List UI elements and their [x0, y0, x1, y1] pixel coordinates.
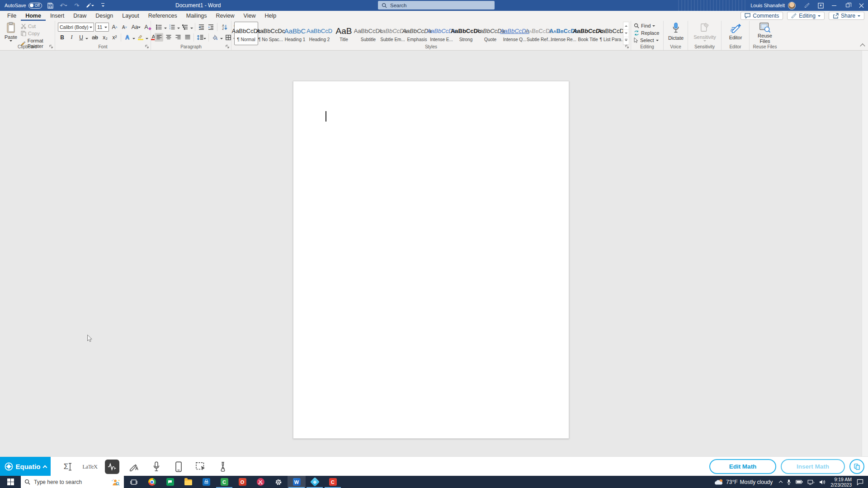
equation-editor-icon[interactable]: Σ	[61, 460, 75, 474]
tab-review[interactable]: Review	[212, 11, 239, 21]
task-view-button[interactable]	[125, 476, 143, 488]
sort-button[interactable]: AZ	[219, 23, 230, 31]
close-icon[interactable]	[854, 0, 868, 11]
italic-button[interactable]: I	[67, 33, 76, 42]
collapse-ribbon-icon[interactable]	[860, 43, 865, 48]
cut-button[interactable]: Cut	[21, 23, 55, 29]
style-quote[interactable]: AaBbCcDaQuote	[478, 22, 502, 45]
avatar[interactable]	[788, 2, 796, 9]
tab-file[interactable]: File	[3, 11, 21, 21]
title-search-box[interactable]: Search	[378, 1, 495, 9]
increase-indent-button[interactable]	[207, 23, 215, 31]
dictate-button[interactable]: Dictate	[664, 22, 688, 41]
taskbar-app-file-explorer[interactable]	[179, 476, 197, 488]
taskbar-app-google-chat[interactable]	[161, 476, 179, 488]
style-emphasis[interactable]: AaBbCcDaEmphasis	[405, 22, 429, 45]
tab-insert[interactable]: Insert	[46, 11, 69, 21]
clipboard-dialog-launcher[interactable]	[49, 45, 53, 49]
subscript-button[interactable]: x₂	[101, 33, 109, 42]
tab-help[interactable]: Help	[260, 11, 281, 21]
align-right-button[interactable]	[174, 33, 182, 42]
tab-home[interactable]: Home	[21, 11, 46, 21]
text-effects-dropdown[interactable]	[132, 38, 135, 41]
underline-dropdown[interactable]	[85, 38, 88, 41]
align-left-button[interactable]	[155, 33, 163, 42]
tab-draw[interactable]: Draw	[69, 11, 91, 21]
bold-button[interactable]: B	[58, 33, 66, 42]
multilevel-dropdown[interactable]	[190, 28, 193, 30]
style-subtle-em[interactable]: AaBbCcDaSubtle Em...	[381, 22, 405, 45]
taskbar-app-camtasia[interactable]: C	[215, 476, 233, 488]
tab-mailings[interactable]: Mailings	[182, 11, 212, 21]
select-button[interactable]: Select	[634, 38, 659, 43]
editor-button[interactable]: Editor	[722, 22, 750, 40]
tray-battery-icon[interactable]	[793, 476, 805, 488]
reuse-files-button[interactable]: Reuse Files	[750, 22, 780, 44]
copy-math-button[interactable]	[849, 459, 864, 474]
styles-more-icon[interactable]	[623, 37, 629, 45]
editing-mode-button[interactable]: Editing	[787, 12, 825, 20]
autosave-toggle[interactable]: Off	[28, 3, 42, 9]
shading-dropdown[interactable]	[220, 38, 223, 41]
inking-icon[interactable]	[800, 0, 814, 11]
undo-icon[interactable]: ↶	[59, 0, 68, 10]
style-subtitle[interactable]: AaBbCcDcSubtitle	[356, 22, 380, 45]
taskbar-app-equatio[interactable]	[306, 476, 324, 488]
bullets-dropdown[interactable]	[164, 28, 167, 30]
document-page[interactable]	[293, 81, 569, 439]
tab-layout[interactable]: Layout	[118, 11, 144, 21]
document-canvas[interactable]	[0, 51, 868, 456]
change-case-button[interactable]: Aa	[130, 23, 142, 32]
superscript-button[interactable]: x²	[110, 33, 119, 42]
underline-button[interactable]: U	[77, 33, 85, 42]
styles-scroll-up-icon[interactable]	[623, 22, 629, 30]
style-normal[interactable]: AaBbCcDc¶ Normal	[234, 22, 258, 45]
taskbar-app-chrome[interactable]	[143, 476, 161, 488]
shading-button[interactable]	[211, 33, 219, 42]
chemistry-formula-icon[interactable]	[216, 460, 230, 474]
insert-math-button[interactable]: Insert Math	[781, 459, 845, 474]
style-intense-q[interactable]: AaBbCcDaIntense Q...	[503, 22, 527, 45]
find-button[interactable]: Find	[634, 23, 659, 28]
taskbar-app-microsoft-store[interactable]	[197, 476, 215, 488]
styles-scroll-down-icon[interactable]	[623, 30, 629, 38]
graph-editor-icon[interactable]	[105, 460, 119, 474]
screenshot-reader-icon[interactable]	[193, 460, 208, 474]
numbering-dropdown[interactable]	[177, 28, 180, 30]
restore-icon[interactable]	[841, 0, 854, 11]
vertical-scrollbar[interactable]	[862, 51, 868, 456]
edit-math-button[interactable]: Edit Math	[709, 459, 776, 474]
copy-button[interactable]: Copy	[21, 31, 55, 36]
styles-dialog-launcher[interactable]	[625, 45, 629, 49]
minimize-icon[interactable]	[827, 0, 841, 11]
speech-input-icon[interactable]	[149, 460, 164, 474]
search-highlights-icon[interactable]	[110, 478, 120, 486]
start-button[interactable]	[0, 476, 21, 488]
font-dialog-launcher[interactable]	[145, 45, 149, 49]
redo-icon[interactable]: ↷	[72, 0, 81, 10]
taskbar-app-settings[interactable]	[269, 476, 288, 488]
tab-view[interactable]: View	[239, 11, 260, 21]
justify-button[interactable]	[183, 33, 192, 42]
save-icon[interactable]	[46, 0, 55, 10]
style-strong[interactable]: AaBbCcDcStrong	[454, 22, 478, 45]
equatio-menu-button[interactable]: Equatio	[0, 457, 51, 476]
line-spacing-button[interactable]	[196, 33, 207, 42]
hidden-icons-chevron[interactable]	[777, 476, 784, 488]
bullets-button[interactable]	[155, 23, 163, 31]
highlight-dropdown[interactable]	[146, 38, 148, 41]
taskbar-app-office[interactable]: O	[233, 476, 251, 488]
taskbar-search-box[interactable]: Type here to search	[21, 476, 124, 488]
style-book-title[interactable]: AaBbCcDcBook Title	[576, 22, 600, 45]
style-no-spac[interactable]: AaBbCcDc¶ No Spac...	[259, 22, 283, 45]
account-name[interactable]: Louis Shanafelt	[750, 3, 785, 8]
font-name-select[interactable]: Calibri (Body)	[58, 23, 94, 32]
taskbar-app-word[interactable]: W	[288, 476, 306, 488]
grow-font-button[interactable]: A˄	[110, 23, 119, 32]
tray-microphone-icon[interactable]	[784, 476, 793, 488]
shrink-font-button[interactable]: A˅	[120, 23, 129, 32]
style-title[interactable]: AaBTitle	[332, 22, 356, 45]
numbering-button[interactable]	[168, 23, 176, 31]
highlight-button[interactable]	[136, 33, 145, 42]
paste-button[interactable]: Paste	[3, 22, 19, 43]
